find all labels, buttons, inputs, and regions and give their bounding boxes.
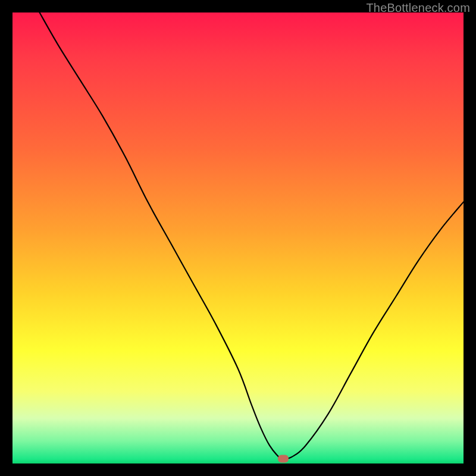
chart-frame: TheBottleneck.com xyxy=(0,0,476,476)
optimal-point-marker xyxy=(278,455,289,463)
bottleneck-curve xyxy=(12,12,464,464)
plot-area xyxy=(12,12,464,464)
